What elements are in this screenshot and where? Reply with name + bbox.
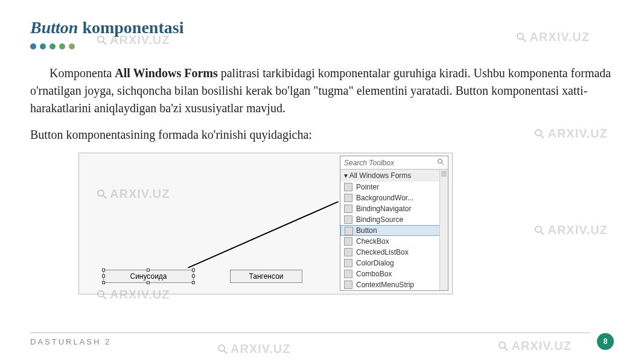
- toolbox-item[interactable]: ContextMenuStrip: [340, 279, 448, 290]
- watermark: ARXIV.UZ: [498, 339, 572, 353]
- form-button-selected[interactable]: Синусоида: [103, 270, 194, 283]
- svg-line-4: [103, 42, 106, 45]
- toolbox-item[interactable]: BackgroundWor...: [340, 192, 448, 203]
- toolbox-item-label: BackgroundWor...: [356, 194, 413, 202]
- component-icon: [344, 205, 352, 213]
- svg-point-7: [535, 130, 541, 136]
- footer-text: DASTURLASH 2: [30, 337, 111, 346]
- resize-handle[interactable]: [102, 268, 105, 272]
- resize-handle[interactable]: [147, 281, 150, 284]
- toolbox-item[interactable]: ColorDialog: [340, 258, 448, 268]
- toolbox-group-label: All Windows Forms: [349, 171, 412, 180]
- watermark: ARXIV.UZ: [97, 187, 170, 201]
- watermark-text: ARXIV.UZ: [529, 30, 590, 44]
- form-button[interactable]: Тангенсои: [230, 270, 302, 283]
- toolbox-item-selected[interactable]: Button: [340, 225, 448, 236]
- watermark-text: ARXIV.UZ: [547, 223, 608, 237]
- dot: [59, 43, 65, 49]
- list-icon: [344, 248, 352, 256]
- toolbox-item-label: ColorDialog: [356, 259, 394, 267]
- toolbox-item[interactable]: ComboBox: [340, 268, 448, 279]
- resize-handle[interactable]: [102, 275, 105, 278]
- svg-point-11: [499, 342, 505, 348]
- dot: [40, 43, 46, 49]
- svg-point-13: [98, 190, 104, 196]
- svg-line-14: [103, 195, 106, 198]
- toolbox-item[interactable]: CheckedListBox: [340, 247, 448, 258]
- watermark: ARXIV.UZ: [534, 127, 608, 141]
- watermark: ARXIV.UZ: [516, 30, 590, 44]
- toolbox-item-label: BindingSource: [356, 215, 403, 224]
- pointer-icon: [344, 183, 352, 191]
- svg-line-8: [541, 135, 544, 138]
- toolbox-item-label: BindingNavigator: [356, 205, 411, 213]
- form-designer-area: Синусоида Тангенсои: [85, 250, 327, 287]
- watermark: ARXIV.UZ: [97, 33, 170, 47]
- svg-line-2: [442, 163, 444, 165]
- page-number-badge: 8: [597, 333, 614, 350]
- resize-handle[interactable]: [192, 268, 195, 272]
- toolbox-search[interactable]: Search Toolbox: [340, 156, 448, 170]
- watermark-text: ARXIV.UZ: [110, 33, 170, 47]
- watermark: ARXIV.UZ: [534, 223, 608, 237]
- watermark-text: ARXIV.UZ: [511, 339, 572, 353]
- dot: [49, 43, 56, 49]
- form-button-label: Синусоида: [130, 272, 167, 281]
- combobox-icon: [344, 270, 352, 278]
- toolbox-item[interactable]: BindingSource: [340, 214, 448, 225]
- chevron-down-icon: ▾: [344, 171, 348, 180]
- toolbox-item-label: Button: [356, 226, 377, 235]
- search-icon: [437, 158, 444, 167]
- component-icon: [344, 215, 352, 224]
- watermark: ARXIV.UZ: [97, 288, 170, 302]
- menu-icon: [344, 281, 352, 289]
- toolbox-item[interactable]: Pointer: [340, 182, 448, 192]
- toolbox-item[interactable]: BindingNavigator: [340, 203, 448, 214]
- toolbox-item-label: ComboBox: [356, 270, 392, 278]
- toolbox-panel: Search Toolbox ▾ All Windows Forms Point…: [340, 156, 448, 291]
- toolbox-group-header[interactable]: ▾ All Windows Forms: [340, 170, 448, 182]
- svg-point-3: [98, 36, 104, 42]
- watermark-text: ARXIV.UZ: [110, 187, 170, 201]
- para-bold: All Windows Forms: [115, 66, 217, 80]
- button-icon: [345, 227, 353, 235]
- svg-point-15: [98, 291, 104, 297]
- toolbox-item[interactable]: CheckBox: [340, 236, 448, 247]
- scrollbar[interactable]: [439, 170, 448, 290]
- toolbox-item-label: CheckedListBox: [356, 248, 409, 256]
- dot: [30, 43, 36, 49]
- dot: [69, 43, 75, 49]
- toolbox-item-label: Pointer: [356, 183, 379, 191]
- watermark: ARXIV.UZ: [217, 342, 291, 356]
- svg-point-9: [535, 226, 541, 232]
- watermark-text: ARXIV.UZ: [231, 342, 291, 356]
- svg-point-17: [218, 345, 225, 351]
- svg-line-10: [541, 232, 544, 235]
- resize-handle[interactable]: [192, 281, 195, 284]
- paragraph-2: Button komponentasining formada ko'rinis…: [30, 126, 614, 144]
- para-pre: Komponenta: [49, 66, 115, 80]
- component-icon: [344, 194, 352, 202]
- svg-line-16: [103, 296, 106, 299]
- title-italic: Button: [30, 18, 78, 37]
- paragraph-1: Komponenta All Windows Forms palitrasi t…: [30, 65, 614, 117]
- toolbox-item-label: CheckBox: [356, 237, 389, 246]
- toolbox-search-placeholder: Search Toolbox: [344, 159, 394, 167]
- svg-line-18: [224, 351, 227, 354]
- svg-line-12: [505, 348, 508, 351]
- toolbox-item-label: ContextMenuStrip: [356, 281, 414, 289]
- svg-line-6: [523, 39, 526, 42]
- watermark-text: ARXIV.UZ: [547, 127, 608, 141]
- svg-point-5: [517, 33, 523, 39]
- dialog-icon: [344, 259, 352, 267]
- resize-handle[interactable]: [192, 275, 195, 278]
- svg-point-1: [438, 159, 442, 164]
- embedded-screenshot: Search Toolbox ▾ All Windows Forms Point…: [78, 153, 453, 294]
- watermark-text: ARXIV.UZ: [110, 288, 170, 302]
- resize-handle[interactable]: [147, 268, 150, 272]
- checkbox-icon: [344, 237, 352, 246]
- form-button-label: Тангенсои: [249, 272, 283, 281]
- resize-handle[interactable]: [102, 281, 105, 284]
